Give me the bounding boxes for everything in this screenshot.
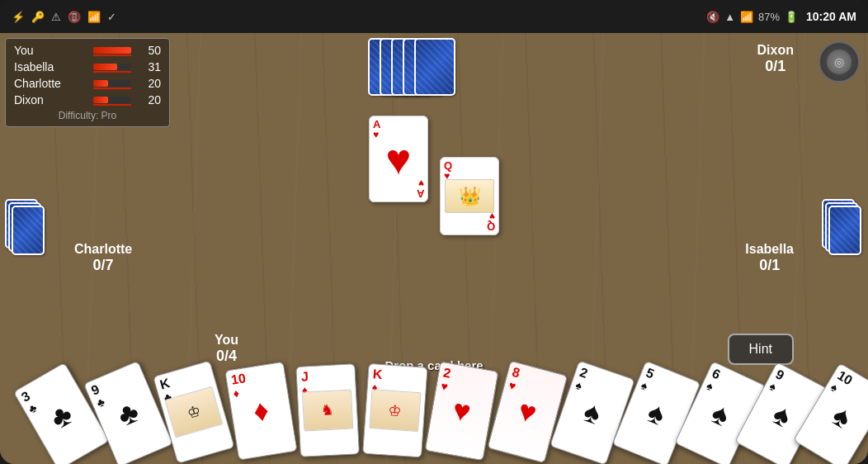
played-card-ace-hearts[interactable]: A ♥ ♥ A ♥ — [369, 116, 428, 202]
charlotte-name: Charlotte — [74, 242, 132, 257]
deck-card-5 — [414, 38, 455, 96]
status-icons-right: 🔇 ▲ 📶 87% 🔋 10:20 AM — [706, 10, 856, 23]
hint-button[interactable]: Hint — [728, 334, 794, 365]
usb-icon: ⚡ — [12, 11, 25, 23]
check-icon: ✓ — [107, 11, 116, 23]
isabella-name: Isabella — [745, 242, 794, 257]
battery-icon: 🔋 — [785, 11, 798, 23]
hand-card-k-clubs[interactable]: K ♣ ♔ — [153, 360, 235, 464]
score-bar-fill-you — [93, 47, 131, 54]
score-bar-fill-dixon — [93, 97, 108, 103]
status-icons-left: ⚡ 🔑 ⚠ 📵 📶 ✓ — [12, 11, 116, 23]
hand-area: 3 ♣ ♣ 9 ♣ ♣ K ♣ ♔ 10 ♦ ♦ — [38, 365, 830, 464]
score-bar-fill-isabella — [93, 64, 117, 70]
left-side-deck — [5, 199, 46, 298]
dixon-score-area: Dixon 0/1 — [757, 43, 794, 75]
score-name-isabella: Isabella — [14, 60, 88, 73]
signal-bars-icon: 📶 — [740, 11, 753, 23]
wifi-off-icon: 📵 — [68, 11, 81, 23]
score-row-charlotte: Charlotte 20 — [14, 77, 161, 90]
score-row-you: You 50 — [14, 44, 161, 57]
hand-card-j-diamonds[interactable]: J ♦ ♞ — [295, 363, 360, 457]
battery-percent: 87% — [758, 11, 780, 23]
king-diamonds-figure: ♔ — [369, 389, 421, 432]
play-area: A ♥ ♥ A ♥ Q ♥ 👑 Q ♥ — [369, 116, 499, 235]
difficulty-label: Difficulty: Pro — [14, 110, 161, 121]
compass-icon: ◎ — [827, 50, 851, 74]
isabella-tricks: 0/1 — [745, 257, 794, 274]
clock: 10:20 AM — [806, 10, 856, 23]
played-card-queen[interactable]: Q ♥ 👑 Q ♥ — [440, 157, 499, 235]
score-value-dixon: 20 — [136, 93, 161, 107]
score-value-charlotte: 20 — [136, 77, 161, 90]
phone-frame: ⚡ 🔑 ⚠ 📵 📶 ✓ 🔇 ▲ 📶 87% 🔋 10:20 AM You — [0, 0, 868, 464]
score-name-charlotte: Charlotte — [14, 77, 88, 90]
game-area: You 50 Isabella 31 Charlotte — [0, 33, 868, 464]
jack-diamonds-figure: ♞ — [302, 390, 353, 432]
hand-card-k-diamonds[interactable]: K ♦ ♔ — [362, 363, 427, 458]
score-row-dixon: Dixon 20 — [14, 93, 161, 107]
dixon-name: Dixon — [757, 43, 794, 58]
score-value-isabella: 31 — [136, 60, 161, 73]
isabella-score-area: Isabella 0/1 — [745, 242, 794, 274]
king-clubs-figure: ♔ — [164, 386, 223, 438]
mute-icon: 🔇 — [706, 11, 719, 23]
compass-button[interactable]: ◎ — [818, 41, 860, 83]
score-value-you: 50 — [136, 44, 161, 57]
score-panel: You 50 Isabella 31 Charlotte — [5, 38, 170, 127]
you-score-area: You 0/4 — [215, 333, 238, 365]
queen-figure: 👑 — [445, 179, 494, 213]
score-bar-dixon — [93, 97, 131, 103]
wifi-icon: 📶 — [87, 11, 101, 23]
score-bar-fill-charlotte — [93, 80, 108, 87]
key-icon: 🔑 — [31, 11, 45, 23]
charlotte-score-area: Charlotte 0/7 — [74, 242, 132, 274]
score-bar-you — [93, 47, 131, 54]
score-row-isabella: Isabella 31 — [14, 60, 161, 73]
status-bar: ⚡ 🔑 ⚠ 📵 📶 ✓ 🔇 ▲ 📶 87% 🔋 10:20 AM — [0, 0, 868, 33]
charlotte-tricks: 0/7 — [74, 257, 132, 274]
score-name-you: You — [14, 44, 88, 57]
score-bar-charlotte — [93, 80, 131, 87]
you-tricks: 0/4 — [215, 348, 238, 365]
warning-icon: ⚠ — [51, 11, 61, 23]
score-name-dixon: Dixon — [14, 93, 88, 107]
wifi-signal-icon: ▲ — [724, 11, 735, 23]
dixon-tricks: 0/1 — [757, 58, 794, 75]
score-bar-isabella — [93, 64, 131, 70]
top-deck[interactable] — [368, 38, 500, 96]
right-side-deck — [822, 199, 863, 298]
you-name: You — [215, 333, 238, 348]
hand-card-10-diamonds[interactable]: 10 ♦ ♦ — [224, 362, 297, 461]
